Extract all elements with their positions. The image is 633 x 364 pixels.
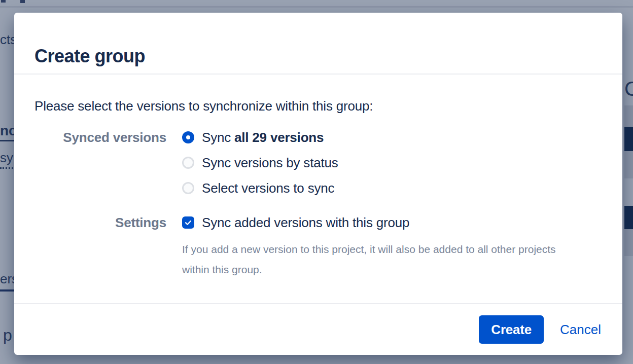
background-table-row <box>624 229 633 256</box>
checkbox-label: Sync added versions with this group <box>202 216 409 229</box>
navbar-divider <box>0 6 633 8</box>
synced-versions-radio-group: Sync all 29 versions Sync versions by st… <box>182 131 338 194</box>
dialog-header: Create group <box>14 13 622 75</box>
radio-selected-icon[interactable] <box>182 131 194 143</box>
dialog-footer: Create Cancel <box>14 303 622 355</box>
dialog-body: Please select the versions to synchroniz… <box>14 98 622 280</box>
dialog-intro-text: Please select the versions to synchroniz… <box>34 98 602 114</box>
radio-icon[interactable] <box>182 182 194 194</box>
background-dotted-link-fragment: sy <box>0 150 13 169</box>
create-button[interactable]: Create <box>479 315 544 344</box>
background-heading-fragment: C <box>624 78 633 100</box>
settings-field: Settings Sync added versions with this g… <box>34 216 602 229</box>
checkbox-checked-icon[interactable] <box>182 216 194 229</box>
checkbox-help-text: If you add a new version to this project… <box>182 239 565 280</box>
background-table-row <box>624 105 633 127</box>
background-selected-row <box>624 127 633 151</box>
create-group-dialog: Create group Please select the versions … <box>14 13 622 355</box>
cancel-button[interactable]: Cancel <box>560 322 601 338</box>
radio-option-sync-all[interactable]: Sync all 29 versions <box>182 131 338 143</box>
checkmark-icon <box>184 218 193 227</box>
synced-versions-field: Synced versions Sync all 29 versions Syn… <box>34 131 602 194</box>
radio-label-bold: all 29 versions <box>234 130 324 145</box>
radio-option-label: Sync all 29 versions <box>202 131 324 143</box>
navbar-text-fragment <box>20 0 25 3</box>
dialog-title: Create group <box>34 46 145 67</box>
radio-option-label: Sync versions by status <box>202 157 338 169</box>
navbar-text-fragment <box>1 0 6 3</box>
synced-versions-label: Synced versions <box>34 131 166 194</box>
radio-option-label: Select versions to sync <box>202 182 334 194</box>
settings-label: Settings <box>34 216 166 229</box>
background-text-fragment: p <box>3 326 12 345</box>
background-table-row <box>624 151 633 178</box>
radio-option-sync-by-status[interactable]: Sync versions by status <box>182 157 338 169</box>
background-selected-row <box>624 206 633 229</box>
radio-option-select-versions[interactable]: Select versions to sync <box>182 182 338 194</box>
settings-control: Sync added versions with this group <box>182 216 409 229</box>
radio-label-prefix: Sync <box>202 130 234 145</box>
radio-icon[interactable] <box>182 157 194 169</box>
checkbox-sync-added-versions[interactable]: Sync added versions with this group <box>182 216 409 229</box>
